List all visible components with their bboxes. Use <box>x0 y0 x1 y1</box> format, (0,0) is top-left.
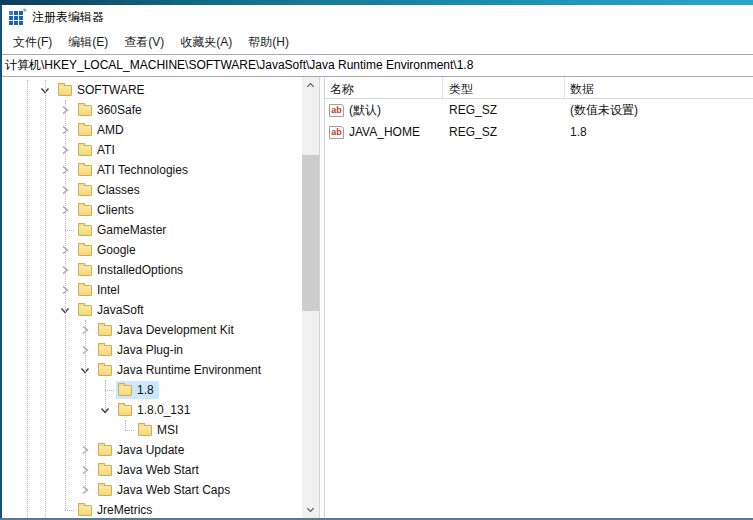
tree-item-gamemaster[interactable]: GameMaster <box>2 220 302 240</box>
tree-node[interactable]: Java Web Start <box>96 461 204 479</box>
selected-tree-node[interactable]: 1.8 <box>116 381 159 399</box>
tree-item-1-8[interactable]: 1.8 <box>2 380 302 400</box>
folder-icon <box>58 85 72 96</box>
expand-chevron-icon[interactable] <box>58 200 76 220</box>
tree-item-360safe[interactable]: 360Safe <box>2 100 302 120</box>
registry-values-pane: 名称类型数据 (默认)REG_SZ(数值未设置)JAVA_HOMEREG_SZ1… <box>324 77 753 518</box>
tree-node[interactable]: Java Web Start Caps <box>96 481 235 499</box>
value-type: REG_SZ <box>443 125 565 139</box>
tree-item-label: Java Web Start Caps <box>117 483 230 497</box>
tree-item-java-runtime-environment[interactable]: Java Runtime Environment <box>2 360 302 380</box>
tree-item-amd[interactable]: AMD <box>2 120 302 140</box>
tree-vertical-scrollbar[interactable] <box>302 77 319 518</box>
tree-node[interactable]: Classes <box>76 181 145 199</box>
column-header-type[interactable]: 类型 <box>443 77 565 98</box>
tree-node[interactable]: MSI <box>136 421 183 439</box>
expand-chevron-icon[interactable] <box>58 280 76 300</box>
registry-value-row-item[interactable]: (默认)REG_SZ(数值未设置) <box>325 99 753 121</box>
tree-item-java-plug-in[interactable]: Java Plug-in <box>2 340 302 360</box>
menu-item-edit[interactable]: 编辑(E) <box>60 31 116 54</box>
tree-item-jremetrics[interactable]: JreMetrics <box>2 500 302 518</box>
tree-item-label: Classes <box>97 183 140 197</box>
folder-icon <box>78 305 92 316</box>
scroll-down-arrow-icon[interactable] <box>302 501 319 518</box>
expand-chevron-icon[interactable] <box>78 440 96 460</box>
expand-chevron-icon[interactable] <box>78 320 96 340</box>
tree-node[interactable]: Java Development Kit <box>96 321 239 339</box>
tree-item-1-8-0-131[interactable]: 1.8.0_131 <box>2 400 302 420</box>
tree-item-installedoptions[interactable]: InstalledOptions <box>2 260 302 280</box>
folder-icon <box>78 105 92 116</box>
string-value-icon <box>329 104 344 117</box>
tree-item-java-update[interactable]: Java Update <box>2 440 302 460</box>
tree-item-label: InstalledOptions <box>97 263 183 277</box>
expand-chevron-icon[interactable] <box>58 180 76 200</box>
expand-chevron-icon[interactable] <box>78 460 96 480</box>
expand-chevron-icon[interactable] <box>58 240 76 260</box>
expand-chevron-icon[interactable] <box>58 100 76 120</box>
collapse-chevron-icon[interactable] <box>38 80 56 100</box>
scroll-up-arrow-icon[interactable] <box>302 77 319 94</box>
tree-item-msi[interactable]: MSI <box>2 420 302 440</box>
registry-tree-pane: SOFTWARE360SafeAMDATIATI TechnologiesCla… <box>2 77 320 518</box>
collapse-chevron-icon[interactable] <box>98 400 116 420</box>
tree-node[interactable]: ATI <box>76 141 120 159</box>
tree-node[interactable]: Java Update <box>96 441 189 459</box>
tree-node[interactable]: 360Safe <box>76 101 147 119</box>
menu-item-file[interactable]: 文件(F) <box>5 31 60 54</box>
folder-icon <box>98 345 112 356</box>
tree-item-intel[interactable]: Intel <box>2 280 302 300</box>
scrollbar-thumb[interactable] <box>302 155 319 311</box>
chevron-spacer <box>58 220 76 240</box>
tree-node[interactable]: GameMaster <box>76 221 171 239</box>
tree-node[interactable]: JreMetrics <box>76 501 157 518</box>
expand-chevron-icon[interactable] <box>58 120 76 140</box>
menu-item-view[interactable]: 查看(V) <box>116 31 172 54</box>
tree-node[interactable]: 1.8.0_131 <box>116 401 195 419</box>
folder-icon <box>78 125 92 136</box>
tree-node[interactable]: InstalledOptions <box>76 261 188 279</box>
menu-item-help[interactable]: 帮助(H) <box>240 31 297 54</box>
expand-chevron-icon[interactable] <box>58 140 76 160</box>
tree-node[interactable]: ATI Technologies <box>76 161 193 179</box>
tree-node[interactable]: SOFTWARE <box>56 81 150 99</box>
tree-item-java-web-start[interactable]: Java Web Start <box>2 460 302 480</box>
tree-node[interactable]: Clients <box>76 201 139 219</box>
tree-item-label: SOFTWARE <box>77 83 145 97</box>
tree-node[interactable]: AMD <box>76 121 129 139</box>
value-data: (数值未设置) <box>565 102 753 119</box>
tree-item-google[interactable]: Google <box>2 240 302 260</box>
expand-chevron-icon[interactable] <box>58 160 76 180</box>
registry-value-row-java-home[interactable]: JAVA_HOMEREG_SZ1.8 <box>325 121 753 143</box>
tree-item-ati[interactable]: ATI <box>2 140 302 160</box>
tree-node[interactable]: Google <box>76 241 141 259</box>
menu-item-favorites[interactable]: 收藏夹(A) <box>172 31 240 54</box>
folder-icon <box>98 485 112 496</box>
folder-icon <box>78 185 92 196</box>
expand-chevron-icon[interactable] <box>78 340 96 360</box>
tree-item-label: AMD <box>97 123 124 137</box>
tree-item-javasoft[interactable]: JavaSoft <box>2 300 302 320</box>
folder-icon <box>78 225 92 236</box>
tree-item-java-development-kit[interactable]: Java Development Kit <box>2 320 302 340</box>
collapse-chevron-icon[interactable] <box>58 300 76 320</box>
address-bar-input[interactable]: 计算机\HKEY_LOCAL_MACHINE\SOFTWARE\JavaSoft… <box>2 54 753 77</box>
value-name-cell: (默认) <box>325 102 443 119</box>
tree-item-label: Java Development Kit <box>117 323 234 337</box>
folder-icon <box>118 385 132 396</box>
collapse-chevron-icon[interactable] <box>78 360 96 380</box>
tree-item-ati-technologies[interactable]: ATI Technologies <box>2 160 302 180</box>
tree-node[interactable]: Intel <box>76 281 125 299</box>
expand-chevron-icon[interactable] <box>78 480 96 500</box>
tree-item-java-web-start-caps[interactable]: Java Web Start Caps <box>2 480 302 500</box>
regedit-app-icon: ✦ <box>9 11 25 26</box>
tree-node[interactable]: Java Plug-in <box>96 341 188 359</box>
tree-node[interactable]: JavaSoft <box>76 301 149 319</box>
column-header-name[interactable]: 名称 <box>325 77 443 98</box>
tree-item-classes[interactable]: Classes <box>2 180 302 200</box>
tree-node[interactable]: Java Runtime Environment <box>96 361 266 379</box>
column-header-data[interactable]: 数据 <box>565 77 753 98</box>
expand-chevron-icon[interactable] <box>58 260 76 280</box>
tree-item-software[interactable]: SOFTWARE <box>2 80 302 100</box>
tree-item-clients[interactable]: Clients <box>2 200 302 220</box>
